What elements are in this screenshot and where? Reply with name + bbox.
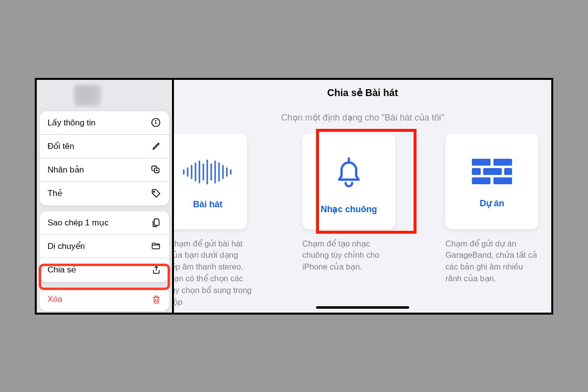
menu-label: Chia sẻ [48, 265, 76, 275]
menu-label: Thẻ [48, 188, 62, 198]
share-icon [151, 265, 161, 275]
card-column-ringtone: Nhạc chuông Chạm để tạo nhạc chuông tùy … [300, 134, 397, 309]
menu-label: Di chuyển [48, 241, 85, 251]
format-cards-row: Bài hát Chạm để gửi bài hát của bạn dưới… [174, 134, 551, 309]
menu-get-info[interactable]: Lấy thông tin [40, 111, 169, 135]
menu-label: Sao chép 1 mục [48, 218, 108, 228]
svg-rect-24 [472, 159, 490, 166]
waveform-icon [181, 157, 235, 189]
bricks-icon [471, 158, 513, 187]
share-subtitle: Chọn một định dạng cho "Bài hát của tôi" [174, 112, 551, 123]
card-label: Bài hát [193, 199, 222, 210]
menu-label: Đổi tên [48, 141, 74, 151]
card-desc: Chạm để tạo nhạc chuông tùy chỉnh cho iP… [302, 238, 395, 273]
pencil-icon [151, 141, 161, 151]
menu-label: Xóa [48, 294, 62, 304]
copy-icon [151, 218, 161, 228]
svg-point-1 [155, 121, 156, 121]
context-menu-panel: Lấy thông tin Đổi tên Nhân bản Thẻ [37, 80, 174, 313]
card-ringtone[interactable]: Nhạc chuông [302, 134, 395, 229]
card-desc: Chạm để gửi dự án GarageBand, chứa tất c… [445, 238, 539, 285]
card-desc: Chạm để gửi bài hát của bạn dưới dạng tệ… [174, 238, 252, 309]
folder-icon [150, 241, 161, 251]
duplicate-icon [151, 165, 161, 175]
card-label: Nhạc chuông [321, 204, 377, 215]
card-column-song: Bài hát Chạm để gửi bài hát của bạn dưới… [176, 134, 254, 309]
share-title: Chia sẻ Bài hát [174, 87, 551, 98]
card-song[interactable]: Bài hát [174, 134, 247, 229]
menu-copy[interactable]: Sao chép 1 mục [40, 211, 169, 235]
menu-label: Nhân bản [48, 165, 84, 175]
card-project[interactable]: Dự án [445, 134, 539, 229]
svg-rect-28 [504, 168, 512, 175]
menu-rename[interactable]: Đổi tên [40, 135, 169, 158]
menu-share[interactable]: Chia sẻ [40, 258, 169, 282]
tag-icon [150, 188, 161, 199]
card-column-project: Dự án Chạm để gửi dự án GarageBand, chứa… [443, 134, 540, 309]
menu-move[interactable]: Di chuyển [40, 235, 169, 258]
menu-label: Lấy thông tin [48, 118, 96, 128]
bell-icon [329, 152, 368, 193]
blurred-thumbnail [74, 85, 101, 106]
menu-tags[interactable]: Thẻ [40, 182, 169, 205]
menu-group-1: Lấy thông tin Đổi tên Nhân bản Thẻ [40, 111, 169, 205]
menu-group-2: Sao chép 1 mục Di chuyển Chia sẻ [40, 211, 169, 282]
menu-duplicate[interactable]: Nhân bản [40, 158, 169, 182]
svg-rect-27 [483, 168, 502, 175]
info-icon [150, 117, 161, 128]
svg-rect-26 [472, 168, 481, 175]
menu-group-3: Xóa [40, 288, 169, 311]
svg-rect-25 [493, 159, 512, 166]
svg-rect-29 [472, 177, 490, 184]
screenshot-composite: Lấy thông tin Đổi tên Nhân bản Thẻ [35, 78, 553, 315]
card-label: Dự án [480, 198, 504, 209]
svg-point-6 [153, 191, 155, 193]
trash-icon [151, 294, 161, 305]
home-indicator [316, 306, 409, 309]
share-sheet-panel: Chia sẻ Bài hát Chọn một định dạng cho "… [174, 80, 551, 313]
menu-delete[interactable]: Xóa [40, 288, 169, 311]
svg-rect-30 [493, 177, 512, 184]
